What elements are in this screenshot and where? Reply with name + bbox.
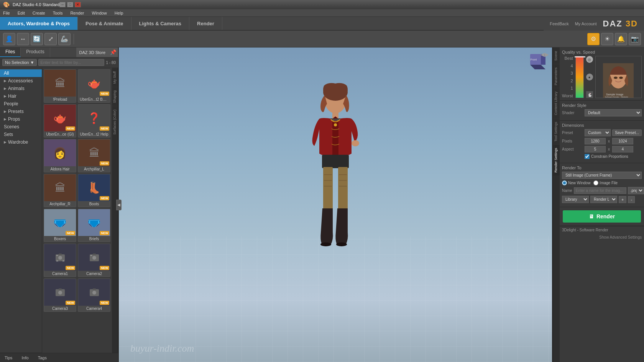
- menu-window[interactable]: Window: [90, 10, 108, 16]
- aspect-key: Aspect: [562, 147, 583, 151]
- vtab-content-library[interactable]: Content Library: [553, 88, 560, 118]
- vtab-parameters[interactable]: Parameters: [553, 64, 560, 88]
- list-item[interactable]: ✕ ✕ NEW Camera1: [44, 244, 76, 277]
- category-people[interactable]: People: [0, 100, 42, 108]
- aspect-height-input[interactable]: [612, 146, 633, 152]
- add-library-btn[interactable]: +: [619, 196, 626, 203]
- category-sets[interactable]: Sets: [0, 131, 42, 138]
- list-item[interactable]: 🏛 NEW Archpillar_L: [78, 139, 110, 172]
- tags-tab[interactable]: Tags: [33, 354, 51, 361]
- side-tab-shaping[interactable]: Shaping: [112, 87, 118, 106]
- translate-btn[interactable]: ↔: [17, 33, 29, 45]
- category-scenes[interactable]: Scenes: [0, 123, 42, 131]
- scale-btn[interactable]: ⤢: [44, 33, 57, 45]
- svg-text:Software Render - 3Delight: Software Render - 3Delight: [605, 96, 628, 98]
- no-selection-btn[interactable]: No Selection ▼: [2, 59, 37, 66]
- aspect-cross: x: [608, 147, 610, 151]
- minimize-btn[interactable]: ─: [59, 2, 66, 7]
- category-animals[interactable]: ▶ Animals: [0, 85, 42, 92]
- list-item[interactable]: 🫖 NEW UberEn...t2 Base: [78, 69, 110, 103]
- show-advanced-btn[interactable]: Show Advanced Settings: [560, 234, 644, 241]
- category-props[interactable]: ▶ Props: [0, 115, 42, 123]
- aspect-width-input[interactable]: [585, 146, 606, 152]
- remove-library-btn[interactable]: -: [628, 196, 635, 203]
- pixels-width-input[interactable]: [585, 138, 606, 144]
- image-file-radio[interactable]: [593, 180, 598, 185]
- render-name-input[interactable]: [574, 187, 626, 194]
- format-select[interactable]: .png: [628, 187, 644, 194]
- category-accessories[interactable]: ▶ Accessories: [0, 77, 42, 85]
- svg-rect-12: [59, 288, 62, 290]
- maximize-btn[interactable]: □: [67, 2, 73, 7]
- side-tab-mystuff[interactable]: My Stuff: [112, 68, 118, 87]
- list-item[interactable]: ❓ NEW UberEn...t2 Help: [78, 104, 110, 138]
- save-preset-btn[interactable]: Save Preset...: [612, 129, 642, 136]
- new-window-radio[interactable]: [562, 180, 567, 185]
- image-file-label[interactable]: Image File: [593, 180, 618, 185]
- vtab-scene[interactable]: Scene: [553, 48, 560, 64]
- tab-render[interactable]: Render: [189, 17, 222, 30]
- daz-store-btn[interactable]: DAZ 3D Store: [76, 48, 108, 57]
- render-to-select[interactable]: Still Image (Current Frame): [562, 172, 642, 179]
- pixels-cross: x: [608, 139, 610, 143]
- close-btn[interactable]: ✕: [75, 2, 81, 7]
- constrain-checkbox[interactable]: [585, 154, 590, 159]
- products-tab[interactable]: Products: [21, 48, 50, 57]
- camera-btn[interactable]: 📷: [629, 33, 641, 45]
- collapse-left-panel[interactable]: ◀: [116, 200, 122, 210]
- panel-pin-btn[interactable]: 📌: [108, 48, 118, 57]
- tab-actors-wardrobe-props[interactable]: Actors, Wardrobe & Props: [0, 17, 78, 30]
- pixels-height-input[interactable]: [612, 138, 633, 144]
- character-svg: [293, 79, 378, 301]
- menu-help[interactable]: Help: [113, 10, 125, 16]
- files-tab[interactable]: Files: [0, 48, 21, 57]
- render-settings-btn[interactable]: ⚙: [587, 33, 600, 45]
- list-item[interactable]: 🏛 Archpillar_R: [44, 174, 76, 207]
- render-library-select[interactable]: Render Library: [590, 196, 617, 203]
- list-item[interactable]: 🩲 NEW Boxers: [44, 209, 76, 242]
- tab-pose-animate[interactable]: Pose & Animate: [78, 17, 131, 30]
- select-figure-btn[interactable]: 👤: [3, 33, 15, 45]
- menu-file[interactable]: File: [2, 10, 12, 16]
- vtab-tool-settings[interactable]: Tool Settings: [553, 118, 560, 145]
- list-item[interactable]: 🫖 NEW UberEn...ce (Gl): [44, 104, 76, 138]
- item-label: Archpillar_L: [78, 166, 110, 172]
- pose-btn[interactable]: 🦾: [58, 33, 71, 45]
- filter-input[interactable]: [38, 59, 104, 66]
- menu-tools[interactable]: Tools: [51, 10, 64, 16]
- tab-lights-cameras[interactable]: Lights & Cameras: [131, 17, 190, 30]
- svg-rect-15: [93, 288, 96, 290]
- item-label: Camera3: [44, 306, 76, 311]
- menu-edit[interactable]: Edit: [16, 10, 26, 16]
- new-window-label[interactable]: New Window: [562, 180, 590, 185]
- list-item[interactable]: NEW Camera3: [44, 278, 76, 312]
- tips-tab[interactable]: Tips: [0, 354, 17, 361]
- viewport-collapse-btn[interactable]: ◀▶: [540, 51, 549, 57]
- preset-select[interactable]: Custom: [585, 129, 611, 136]
- render-btn[interactable]: 🖥 Render: [563, 210, 641, 223]
- side-tab-surfaces[interactable]: Surfaces (Color): [112, 106, 118, 138]
- vtab-render-settings[interactable]: Render Settings: [553, 144, 560, 176]
- info-tab[interactable]: Info: [17, 354, 33, 361]
- notifications-btn[interactable]: 🔔: [615, 33, 627, 45]
- lighting-btn[interactable]: ☀: [601, 33, 613, 45]
- list-item[interactable]: 🩲 NEW Briefs: [78, 209, 110, 242]
- category-wardrobe[interactable]: ▶ Wardrobe: [0, 138, 42, 146]
- shader-select[interactable]: Default: [585, 109, 642, 116]
- myaccount-link[interactable]: My Account: [575, 21, 597, 26]
- list-item[interactable]: 👩 Aldora Hair: [44, 139, 76, 172]
- menu-create[interactable]: Create: [31, 10, 47, 16]
- list-item[interactable]: NEW Camera2: [78, 244, 110, 277]
- feedback-link[interactable]: FeedBack: [550, 21, 569, 26]
- list-item[interactable]: 🏛 !Preload: [44, 69, 76, 103]
- category-all[interactable]: All: [0, 69, 42, 77]
- category-hair[interactable]: ▶ Hair: [0, 92, 42, 100]
- rotate-btn[interactable]: 🔄: [31, 33, 43, 45]
- constrain-label[interactable]: Constrain Proportions: [585, 154, 628, 159]
- library-select[interactable]: Library: [562, 196, 589, 203]
- list-item[interactable]: NEW Camera4: [78, 278, 110, 312]
- menu-render[interactable]: Render: [69, 10, 85, 16]
- category-presets[interactable]: ▶ Presets: [0, 108, 42, 115]
- preset-key: Preset: [562, 131, 583, 135]
- list-item[interactable]: 👢 NEW Boots: [78, 174, 110, 207]
